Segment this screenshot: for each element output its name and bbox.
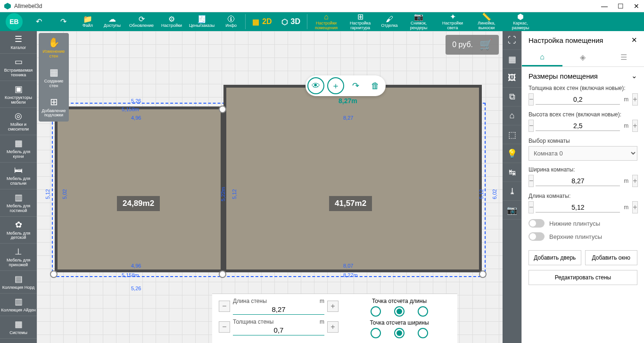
catalog-item-constructors[interactable]: ▣Конструкторы мебели [0, 81, 37, 108]
origin-w-left[interactable] [371, 328, 381, 338]
dim-label: 5,22m [220, 187, 226, 202]
catalog-item-nord[interactable]: ▤Коллекция Норд [0, 271, 37, 294]
visibility-button[interactable]: 👁 [307, 77, 324, 94]
wall-handle[interactable] [219, 106, 226, 113]
light-button[interactable]: 💡 [503, 144, 521, 163]
room-length-dec[interactable]: − [528, 201, 534, 213]
furniture-settings-button[interactable]: ⊞Настройкагарнитура [343, 12, 377, 31]
wall-height-dec[interactable]: − [528, 120, 534, 132]
room-settings-button[interactable]: ⌂Настройкипомещения [309, 12, 343, 31]
catalog-item-iden[interactable]: ▥Коллекция Айден [0, 294, 37, 316]
wall-bg-tool[interactable]: ⊞Добавление подложки [39, 92, 69, 122]
snap-button[interactable]: ⧉ [503, 88, 521, 106]
origin-len-center[interactable] [394, 306, 405, 317]
baseboard-top-toggle[interactable] [528, 232, 545, 241]
wall-properties-panel: − Длина стеныm + − Толщина стеныm + [212, 294, 457, 343]
origin-w-right[interactable] [418, 328, 428, 338]
image-button[interactable]: 🖼 [503, 69, 521, 88]
wall-length-increase[interactable]: + [327, 301, 339, 312]
dim-label: 8,27m [343, 272, 358, 278]
catalog-item-systems[interactable]: ▦Системы [0, 316, 37, 339]
info-button[interactable]: 🛈Инфо [219, 12, 243, 31]
properties-panel: Настройка помещения ✕ ⌂ ◈ ☰ Размеры поме… [521, 31, 644, 343]
catalog-item-bedroom[interactable]: 🛏Мебель для спальни [0, 163, 37, 189]
frame-button[interactable]: ⬢Каркас,размеры [504, 12, 537, 31]
view-2d-button[interactable]: ▦2D [248, 17, 276, 26]
catalog-item-catalog[interactable]: ☰Каталог [0, 31, 37, 54]
wall-handle[interactable] [479, 270, 487, 278]
grid-button[interactable]: ▦ [503, 50, 521, 69]
selected-dimension: 8,27m [339, 97, 357, 105]
undo-button[interactable]: ↶ [26, 12, 51, 31]
close-button[interactable]: ✕ [633, 2, 640, 10]
origin-len-left[interactable] [371, 306, 381, 317]
maximize-button[interactable]: ☐ [617, 2, 624, 10]
catalog-item-kids[interactable]: ✿Мебель для детской [0, 217, 37, 244]
chevron-down-icon[interactable]: ⌄ [631, 72, 637, 80]
cart-icon[interactable]: 🛒 [479, 39, 492, 51]
wall-height-input[interactable] [536, 121, 620, 131]
wall-length-input[interactable] [233, 304, 324, 315]
catalog-item-builtin[interactable]: ▭Встраиваемая техника [0, 54, 37, 81]
light-settings-button[interactable]: ✦Настройкисвета [436, 12, 470, 31]
delete-wall-button[interactable]: 🗑 [367, 77, 384, 94]
origin-w-center[interactable] [394, 328, 405, 338]
file-button[interactable]: 📁Файл [75, 12, 100, 31]
add-door-button[interactable]: Добавить дверь [528, 250, 581, 265]
snapshot-button[interactable]: 📷Снимок,рендеры [402, 12, 436, 31]
panel-close-button[interactable]: ✕ [631, 36, 637, 44]
wall-create-tool[interactable]: ▦Создание стен [39, 63, 69, 92]
edit-walls-button[interactable]: Редактировать стены [528, 270, 637, 285]
canvas-2d[interactable]: 24,89m2 41,57m2 👁 ＋ ↷ 🗑 8,27m 5,26 5,158… [37, 31, 503, 343]
cube-button[interactable]: ⬚ [503, 125, 521, 144]
baseboard-low-toggle[interactable] [528, 219, 545, 228]
minimize-button[interactable]: — [601, 2, 608, 10]
wall-thick-decrease[interactable]: − [219, 321, 230, 333]
origin-len-right[interactable] [418, 306, 428, 317]
tab-home[interactable]: ⌂ [522, 49, 562, 66]
wall-handle[interactable] [219, 270, 226, 278]
redo-wall-button[interactable]: ↷ [347, 77, 364, 94]
wall-thick-all-input[interactable] [536, 95, 620, 105]
ruler-button[interactable]: 📏Линейка,выноски [470, 12, 504, 31]
room-length-input[interactable] [536, 203, 620, 212]
wall-thick-increase[interactable]: + [327, 321, 339, 333]
dim-label: 5,12 [231, 189, 237, 199]
redo-button[interactable]: ↷ [51, 12, 75, 31]
catalog-item-living[interactable]: ▥Мебель для гостиной [0, 189, 37, 217]
add-wall-button[interactable]: ＋ [327, 77, 344, 94]
home-button[interactable]: ⌂ [503, 106, 521, 125]
prices-button[interactable]: 🧾Цены/заказы [185, 12, 219, 31]
wall-length-decrease[interactable]: − [219, 301, 230, 312]
room-select[interactable]: Комната 0 [528, 146, 637, 161]
room-length-inc[interactable]: + [632, 201, 637, 213]
wall-thick-all-inc[interactable]: + [632, 93, 637, 106]
room-width-inc[interactable]: + [632, 175, 637, 187]
price-badge[interactable]: 0 руб. 🛒 [446, 35, 499, 55]
update-button[interactable]: ⟳Обновление [124, 12, 158, 31]
access-button[interactable]: ☁Доступы [100, 12, 124, 31]
wall-thick-all-dec[interactable]: − [528, 93, 534, 106]
catalog-item-sinks[interactable]: ◎Мойки и смесители [0, 108, 37, 135]
room-1[interactable] [55, 106, 223, 272]
camera-button[interactable]: 📷 [503, 201, 521, 220]
room-2[interactable] [223, 85, 482, 272]
settings-button[interactable]: ⚙Настройки [158, 12, 185, 31]
room-width-input[interactable] [536, 176, 620, 186]
tab-list[interactable]: ☰ [603, 49, 644, 66]
add-window-button[interactable]: Добавить окно [585, 250, 638, 265]
catalog-item-kitchen[interactable]: ▦Мебель для кухни [0, 135, 37, 163]
wall-thick-input[interactable] [233, 325, 324, 335]
eb-button[interactable]: ЕВ [6, 13, 23, 30]
finish-button[interactable]: 🖌Отделка [377, 12, 402, 31]
wall-height-inc[interactable]: + [632, 120, 637, 132]
fullscreen-button[interactable]: ⛶ [503, 31, 521, 50]
catalog-item-hallway[interactable]: ⊥Мебель для прихожей [0, 244, 37, 271]
wall-edit-tool[interactable]: ✋Изменение стен [39, 33, 69, 63]
download-button[interactable]: ⤓ [503, 182, 521, 201]
measure-button[interactable]: ↹ [503, 163, 521, 182]
wall-handle[interactable] [50, 270, 58, 278]
room-width-dec[interactable]: − [528, 175, 534, 187]
tab-layers[interactable]: ◈ [562, 49, 603, 66]
view-3d-button[interactable]: ⬡3D [277, 17, 305, 26]
